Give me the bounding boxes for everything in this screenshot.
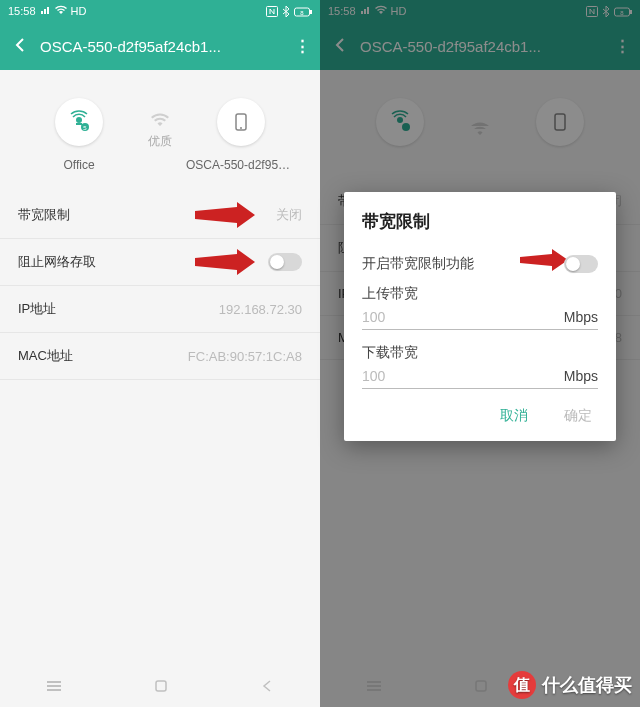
more-button[interactable]: ⋮ (290, 37, 314, 55)
arrow-annotation (195, 202, 255, 228)
svg-rect-2 (310, 10, 312, 14)
modal-enable-toggle[interactable] (564, 255, 598, 273)
connection-quality: 优质 (148, 111, 172, 172)
modal-ok-button[interactable]: 确定 (564, 407, 592, 425)
block-toggle[interactable] (268, 253, 302, 271)
svg-rect-27 (476, 681, 486, 691)
download-label: 下载带宽 (362, 338, 598, 362)
download-input[interactable] (362, 364, 564, 384)
arrow-annotation (520, 249, 568, 271)
modal-enable-label: 开启带宽限制功能 (362, 255, 474, 273)
upload-unit: Mbps (564, 309, 598, 325)
svg-rect-12 (47, 685, 61, 687)
quality-label: 优质 (148, 133, 172, 150)
router-device[interactable]: 5 Office (24, 98, 134, 172)
modal-enable-row[interactable]: 开启带宽限制功能 (362, 249, 598, 279)
watermark-text: 什么值得买 (542, 673, 632, 697)
arrow-annotation (195, 249, 255, 275)
row-bandwidth[interactable]: 带宽限制 关闭 (0, 192, 320, 239)
modal-title: 带宽限制 (362, 210, 598, 233)
svg-marker-11 (195, 249, 255, 275)
bandwidth-value: 关闭 (276, 206, 302, 224)
svg-rect-26 (367, 689, 381, 691)
watermark: 值 什么值得买 (508, 671, 632, 699)
nav-recent[interactable] (366, 679, 382, 697)
wifi-icon (55, 5, 67, 17)
svg-point-9 (240, 127, 242, 129)
nav-home[interactable] (154, 679, 168, 697)
device-strip: 5 Office 优质 OSCA-550-d2f95af2... (0, 70, 320, 182)
router-label: Office (63, 158, 94, 172)
row-block-network[interactable]: 阻止网络存取 (0, 239, 320, 286)
system-navbar (0, 669, 320, 707)
svg-rect-5 (76, 123, 82, 125)
ip-value: 192.168.72.30 (219, 302, 302, 317)
bluetooth-icon (282, 5, 290, 18)
upload-label: 上传带宽 (362, 279, 598, 303)
bandwidth-label: 带宽限制 (18, 206, 70, 224)
row-mac: MAC地址 FC:AB:90:57:1C:A8 (0, 333, 320, 380)
nav-recent[interactable] (46, 679, 62, 697)
status-bar: 15:58 HD 8 (0, 0, 320, 22)
svg-rect-13 (47, 681, 61, 683)
page-title: OSCA-550-d2f95af24cb1... (36, 38, 290, 55)
settings-list: 带宽限制 关闭 阻止网络存取 IP地址 192.168.72.30 MAC地址 … (0, 182, 320, 380)
svg-rect-24 (367, 685, 381, 687)
client-label: OSCA-550-d2f95af2... (186, 158, 296, 172)
battery-icon: 8 (294, 5, 312, 17)
download-unit: Mbps (564, 368, 598, 384)
app-bar: OSCA-550-d2f95af24cb1... ⋮ (0, 22, 320, 70)
modal-cancel-button[interactable]: 取消 (500, 407, 528, 425)
block-label: 阻止网络存取 (18, 253, 96, 271)
screen-right: 15:58 HD 8 OSCA-550-d2f95af24cb1... ⋮ 带宽… (320, 0, 640, 707)
svg-point-4 (76, 117, 82, 123)
svg-text:8: 8 (300, 10, 304, 16)
svg-rect-25 (367, 681, 381, 683)
content-area: 5 Office 优质 OSCA-550-d2f95af2... 带宽限制 关闭 (0, 70, 320, 707)
svg-rect-15 (156, 681, 166, 691)
signal-icon (40, 5, 51, 17)
nav-back[interactable] (260, 679, 274, 697)
back-button[interactable] (6, 38, 36, 55)
row-ip: IP地址 192.168.72.30 (0, 286, 320, 333)
svg-rect-14 (47, 689, 61, 691)
watermark-badge: 值 (508, 671, 536, 699)
status-time: 15:58 (8, 5, 36, 17)
ip-label: IP地址 (18, 300, 56, 318)
client-device[interactable]: OSCA-550-d2f95af2... (186, 98, 296, 172)
upload-input[interactable] (362, 305, 564, 325)
nav-home[interactable] (474, 679, 488, 697)
svg-marker-23 (520, 249, 568, 271)
bandwidth-modal: 带宽限制 开启带宽限制功能 上传带宽 Mbps 下载带宽 Mbps 取消 确定 (344, 192, 616, 441)
mac-label: MAC地址 (18, 347, 73, 365)
svg-marker-10 (195, 202, 255, 228)
nfc-icon (266, 5, 278, 18)
screen-left: 15:58 HD 8 OSCA-550-d2f95af24cb1... (0, 0, 320, 707)
status-net: HD (71, 5, 87, 17)
mac-value: FC:AB:90:57:1C:A8 (188, 349, 302, 364)
